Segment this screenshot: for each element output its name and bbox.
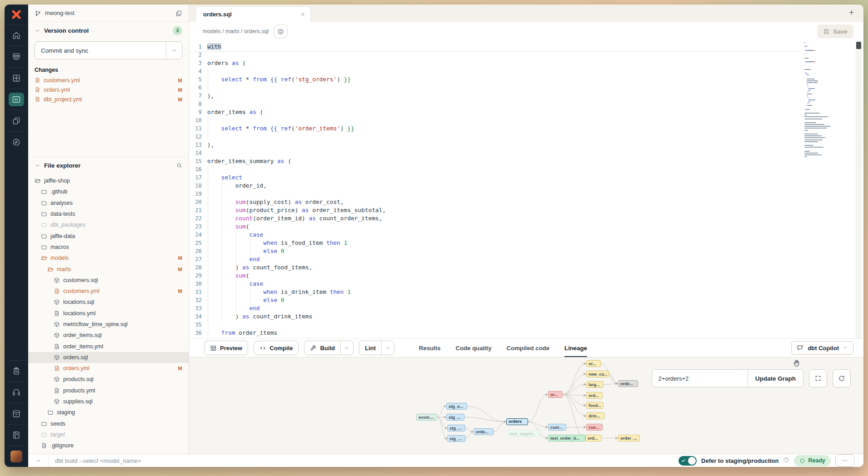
tree-item-staging[interactable]: staging bbox=[28, 407, 189, 418]
tree-item-marts[interactable]: martsM bbox=[28, 263, 189, 274]
lineage-node-stg3[interactable]: stg_... bbox=[447, 435, 465, 442]
search-icon[interactable] bbox=[176, 163, 182, 169]
tree-item-order_items.sql[interactable]: order_items.sql bbox=[28, 330, 189, 341]
close-icon[interactable] bbox=[300, 11, 306, 17]
refresh-button[interactable] bbox=[833, 369, 851, 387]
build-options-chevron[interactable] bbox=[340, 341, 353, 355]
preview-button[interactable]: Preview bbox=[204, 341, 248, 355]
tree-item-jaffle-shop[interactable]: jaffle-shop bbox=[28, 175, 189, 186]
tree-item-locations.yml[interactable]: locations.yml bbox=[28, 308, 189, 319]
tree-item-dbt_packages[interactable]: dbt_packages bbox=[28, 219, 189, 230]
tab-code-quality[interactable]: Code quality bbox=[455, 339, 491, 357]
tree-item-supplies.sql[interactable]: supplies.sql bbox=[28, 396, 189, 407]
lineage-node-orders[interactable]: orders bbox=[506, 418, 528, 425]
lineage-node-stg1[interactable]: stg_... bbox=[446, 414, 464, 421]
lineage-node-tsup[interactable]: test_supply... bbox=[507, 430, 540, 437]
dbt-logo[interactable] bbox=[5, 5, 28, 25]
rail-item-grid[interactable] bbox=[5, 67, 28, 89]
tab-compiled-code[interactable]: Compiled code bbox=[507, 339, 550, 357]
build-button[interactable]: Build bbox=[304, 341, 354, 355]
expand-command-bar-button[interactable] bbox=[28, 454, 49, 467]
lineage-node-y1[interactable]: or... bbox=[586, 360, 601, 367]
rail-item-drawer[interactable] bbox=[5, 403, 28, 424]
new-tab-button[interactable] bbox=[848, 9, 855, 18]
update-graph-button[interactable]: Update Graph bbox=[748, 370, 803, 387]
tree-item-analyses[interactable]: analyses bbox=[28, 198, 189, 208]
dbt-copilot-button[interactable]: dbt Copilot bbox=[791, 341, 853, 355]
rail-item-headset[interactable] bbox=[5, 382, 28, 403]
book-icon bbox=[12, 431, 21, 440]
lineage-node-ecom[interactable]: ecom.... bbox=[416, 414, 437, 421]
tree-item-.github[interactable]: .github bbox=[28, 186, 189, 197]
version-control-header[interactable]: Version control 3 bbox=[28, 22, 189, 39]
lint-options-chevron[interactable] bbox=[381, 341, 394, 355]
command-input[interactable] bbox=[49, 457, 678, 464]
code-editor[interactable]: 1with23orders as (45 select * from {{ re… bbox=[189, 41, 863, 338]
rail-item-layers[interactable] bbox=[5, 46, 28, 67]
editor-scrollbar[interactable] bbox=[856, 41, 862, 338]
tab-lineage[interactable]: Lineage bbox=[564, 339, 587, 357]
lineage-node-y6[interactable]: drin... bbox=[586, 412, 604, 419]
lineage-node-y2[interactable]: new_cu... bbox=[586, 371, 609, 377]
lineage-panel[interactable]: ecom....stg_o...stg_...stg_...stg_...ord… bbox=[189, 357, 863, 454]
fullscreen-button[interactable] bbox=[809, 369, 827, 387]
user-avatar[interactable] bbox=[5, 446, 28, 467]
ide-status-badge[interactable]: Ready bbox=[794, 455, 831, 466]
lineage-selector-input[interactable] bbox=[652, 370, 748, 387]
help-icon-wrap[interactable] bbox=[783, 456, 789, 465]
rail-item-home[interactable] bbox=[5, 25, 28, 46]
tree-item-models[interactable]: modelsM bbox=[28, 253, 189, 263]
commit-options-chevron[interactable] bbox=[166, 42, 182, 59]
changed-file-dbt_project.yml[interactable]: dbt_project.ymlM bbox=[28, 94, 189, 104]
lineage-node-y3[interactable]: larg... bbox=[586, 381, 604, 388]
lineage-node-orp[interactable]: or... bbox=[548, 391, 563, 398]
lineage-node-y4[interactable]: ord... bbox=[586, 392, 603, 399]
tree-item-orders.sql[interactable]: orders.sql bbox=[28, 352, 189, 363]
defer-toggle[interactable] bbox=[678, 456, 697, 466]
tree-item-seeds[interactable]: seeds bbox=[28, 418, 189, 429]
file-explorer-header[interactable]: File explorer bbox=[28, 157, 189, 174]
rail-item-clipboard[interactable] bbox=[5, 360, 28, 382]
tree-item-order_items.yml[interactable]: order_items.yml bbox=[28, 341, 189, 352]
tab-orders-sql[interactable]: orders.sql bbox=[195, 6, 311, 22]
scrollbar-thumb[interactable] bbox=[856, 42, 861, 49]
save-button[interactable]: Save bbox=[817, 25, 853, 38]
tree-item-macros[interactable]: macros bbox=[28, 242, 189, 253]
tree-item-.gitignore[interactable]: .gitignore bbox=[28, 440, 189, 451]
tree-item-products.yml[interactable]: products.yml bbox=[28, 385, 189, 396]
tab-results[interactable]: Results bbox=[419, 339, 441, 357]
rail-item-compass[interactable] bbox=[5, 131, 28, 153]
rail-item-book[interactable] bbox=[5, 424, 28, 446]
tree-item-target[interactable]: target bbox=[28, 429, 189, 440]
lineage-node-ordm[interactable]: orde... bbox=[474, 428, 494, 435]
compile-button[interactable]: Compile bbox=[254, 341, 299, 355]
lint-button[interactable]: Lint bbox=[359, 341, 394, 355]
lineage-node-cust[interactable]: cust... bbox=[548, 424, 566, 431]
rail-item-windows[interactable] bbox=[5, 110, 28, 131]
lineage-node-cusp[interactable]: cus... bbox=[586, 424, 603, 431]
rail-item-codewin[interactable] bbox=[5, 89, 28, 110]
lineage-node-stg0[interactable]: stg_o... bbox=[446, 403, 467, 410]
lineage-node-tord[interactable]: test_order_it... bbox=[548, 435, 585, 441]
more-options-button[interactable] bbox=[835, 454, 854, 467]
copy-docs-icon[interactable] bbox=[175, 10, 182, 17]
tree-item-products.sql[interactable]: products.sql bbox=[28, 374, 189, 385]
tree-item-orders.yml[interactable]: orders.ymlM bbox=[28, 363, 189, 374]
lineage-node-gray[interactable]: orde... bbox=[618, 380, 638, 387]
tree-item-data-tests[interactable]: data-tests bbox=[28, 208, 189, 219]
copy-relation-button[interactable] bbox=[274, 25, 288, 38]
commit-and-sync-button[interactable]: Commit and sync bbox=[35, 41, 182, 60]
tree-item-customers.yml[interactable]: customers.ymlM bbox=[28, 286, 189, 297]
changed-file-name: customers.yml bbox=[44, 77, 80, 84]
tree-item-locations.sql[interactable]: locations.sql bbox=[28, 297, 189, 307]
lineage-node-stg2[interactable]: stg_... bbox=[447, 425, 465, 431]
minimap[interactable] bbox=[804, 42, 852, 158]
tree-item-metricflow_time_spine.sql[interactable]: metricflow_time_spine.sql bbox=[28, 319, 189, 330]
changed-file-customers.yml[interactable]: customers.ymlM bbox=[28, 75, 189, 85]
lineage-node-ord3[interactable]: order_... bbox=[618, 435, 640, 441]
tree-item-customers.sql[interactable]: customers.sql bbox=[28, 275, 189, 286]
lineage-node-ord2[interactable]: ord... bbox=[585, 435, 602, 441]
tree-item-jaffle-data[interactable]: jaffle-data bbox=[28, 230, 189, 241]
lineage-node-y5[interactable]: food... bbox=[586, 402, 604, 409]
changed-file-orders.yml[interactable]: orders.ymlM bbox=[28, 85, 189, 94]
